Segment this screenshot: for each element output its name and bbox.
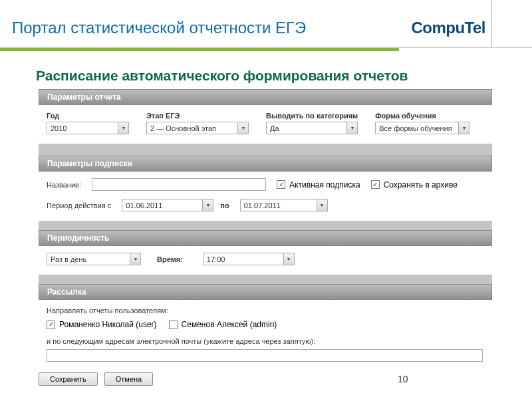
- name-input[interactable]: [92, 178, 266, 191]
- chevron-down-icon: ▾: [458, 122, 469, 134]
- stage-value: 2 — Основной этап: [148, 124, 216, 132]
- app-header: Портал статистической отчетности ЕГЭ Com…: [0, 0, 532, 48]
- chevron-down-icon: ▾: [237, 122, 248, 134]
- category-label: Выводить по категориям: [266, 112, 358, 120]
- archive-checkbox[interactable]: ✓: [371, 180, 380, 189]
- active-label: Активная подписка: [289, 180, 360, 190]
- chevron-down-icon: ▾: [118, 122, 128, 134]
- category-value: Да: [268, 124, 279, 132]
- page-number: 10: [398, 374, 408, 384]
- chevron-down-icon: ▾: [130, 253, 140, 265]
- category-select[interactable]: Да ▾: [266, 122, 358, 134]
- emails-input[interactable]: [47, 349, 483, 362]
- studyform-label: Форма обучения: [375, 112, 469, 120]
- studyform-value: Все формы обучения: [377, 124, 452, 132]
- name-label: Название:: [47, 181, 81, 189]
- time-value: 17:00: [205, 255, 225, 263]
- stage-select[interactable]: 2 — Основной этап ▾: [146, 122, 249, 134]
- active-checkbox[interactable]: ✓: [277, 180, 285, 189]
- mailing-header: Рассылка: [39, 284, 492, 300]
- footer-row: Сохранить Отмена 10: [39, 372, 492, 386]
- portal-title: Портал статистической отчетности ЕГЭ: [12, 19, 306, 37]
- chevron-down-icon: ▾: [317, 200, 327, 211]
- logo: CompuTel: [411, 19, 485, 37]
- year-select[interactable]: 2010 ▾: [47, 122, 129, 134]
- year-value: 2010: [49, 124, 66, 132]
- period-label: Период действия с: [47, 201, 111, 209]
- periodicity-body: Раз в день ▾ Время: 17:00 ▾: [39, 246, 492, 284]
- accent-bar: [0, 48, 399, 51]
- date-from-select[interactable]: 01.06.2011 ▾: [122, 199, 213, 211]
- frequency-select[interactable]: Раз в день ▾: [47, 253, 141, 265]
- time-select[interactable]: 17:00 ▾: [203, 253, 295, 265]
- cancel-button[interactable]: Отмена: [104, 372, 153, 386]
- user1-label: Романенко Николай (user): [59, 320, 157, 329]
- emails-label: и по следующим адресам электронной почты…: [47, 337, 484, 345]
- user1-checkbox[interactable]: ✓: [47, 321, 55, 329]
- time-label: Время:: [157, 255, 183, 263]
- subscription-header: Параметры подписки: [39, 156, 492, 172]
- report-params-body: Год 2010 ▾ Этап ЕГЭ 2 — Основной этап ▾ …: [39, 105, 492, 156]
- chevron-down-icon: ▾: [346, 122, 357, 134]
- studyform-select[interactable]: Все формы обучения ▾: [375, 122, 469, 134]
- subscription-body: Название: ✓ Активная подписка ✓ Сохранят…: [39, 172, 492, 230]
- date-to-label: по: [220, 201, 229, 209]
- save-button[interactable]: Сохранить: [39, 372, 98, 386]
- chevron-down-icon: ▾: [283, 253, 294, 265]
- archive-label: Сохранять в архиве: [384, 180, 458, 190]
- periodicity-header: Периодичность: [39, 230, 492, 246]
- section-title: Расписание автоматического формирования …: [36, 68, 532, 84]
- stage-label: Этап ЕГЭ: [146, 112, 249, 120]
- report-params-header: Параметры отчета: [39, 89, 492, 105]
- frequency-value: Раз в день: [49, 255, 86, 263]
- year-label: Год: [47, 112, 129, 120]
- mailing-body: Направлять отчеты пользователям: ✓ Роман…: [39, 300, 492, 368]
- date-from-value: 01.06.2011: [124, 201, 162, 209]
- users-label: Направлять отчеты пользователям:: [47, 307, 484, 315]
- user2-label: Семенов Алексей (admin): [182, 320, 277, 329]
- date-to-value: 01.07.2011: [242, 201, 281, 209]
- chevron-down-icon: ▾: [202, 200, 213, 211]
- user2-checkbox[interactable]: [169, 321, 178, 329]
- date-to-select[interactable]: 01.07.2011 ▾: [240, 199, 328, 211]
- header-divider: [491, 0, 492, 48]
- form-area: Параметры отчета Год 2010 ▾ Этап ЕГЭ 2 —…: [39, 89, 492, 368]
